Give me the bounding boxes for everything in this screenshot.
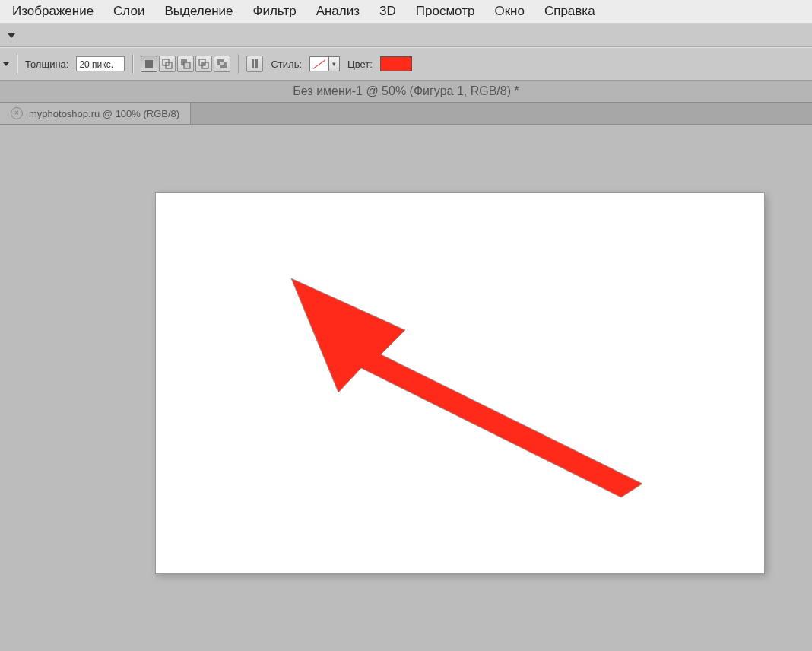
svg-rect-11 xyxy=(252,59,254,68)
document-title: Без имени-1 @ 50% (Фигура 1, RGB/8) * xyxy=(293,84,519,98)
thickness-label: Толщина: xyxy=(25,59,68,70)
align-edges-button[interactable] xyxy=(246,56,263,72)
mode-intersect-button[interactable] xyxy=(195,56,212,72)
thickness-input[interactable]: 20 пикс. xyxy=(76,56,125,71)
separator xyxy=(132,54,133,74)
document-tab-bar: × myphotoshop.ru @ 100% (RGB/8) xyxy=(0,103,812,125)
mode-new-layer-button[interactable] xyxy=(141,56,157,72)
menu-layers[interactable]: Слои xyxy=(113,4,144,19)
document-tab[interactable]: × myphotoshop.ru @ 100% (RGB/8) xyxy=(0,103,191,124)
color-label: Цвет: xyxy=(347,59,373,70)
style-dropdown-icon: ▾ xyxy=(329,56,340,71)
document-title-bar: Без имени-1 @ 50% (Фигура 1, RGB/8) * xyxy=(0,81,812,103)
menu-select[interactable]: Выделение xyxy=(164,4,233,19)
workspace xyxy=(0,125,812,651)
color-swatch[interactable] xyxy=(380,56,412,71)
canvas[interactable] xyxy=(156,193,764,573)
svg-rect-7 xyxy=(202,62,205,65)
mode-add-button[interactable] xyxy=(159,56,176,72)
menu-image[interactable]: Изображение xyxy=(12,4,94,19)
separator xyxy=(238,54,239,74)
menu-help[interactable]: Справка xyxy=(544,4,595,19)
document-tab-label: myphotoshop.ru @ 100% (RGB/8) xyxy=(29,108,179,119)
svg-rect-10 xyxy=(220,62,224,65)
menu-view[interactable]: Просмотр xyxy=(416,4,475,19)
close-icon[interactable]: × xyxy=(11,107,23,119)
mode-subtract-button[interactable] xyxy=(177,56,194,72)
panel-flyout-bar xyxy=(0,24,812,47)
menu-filter[interactable]: Фильтр xyxy=(253,4,297,19)
svg-rect-12 xyxy=(255,59,258,68)
separator xyxy=(17,54,17,74)
shape-mode-group xyxy=(141,56,230,72)
svg-rect-4 xyxy=(184,62,190,68)
mode-exclude-button[interactable] xyxy=(214,56,230,72)
panel-flyout-icon[interactable] xyxy=(8,33,15,38)
svg-rect-0 xyxy=(145,60,153,68)
tool-options-bar: Толщина: 20 пикс. Стиль: ▾ Цвет: xyxy=(0,47,812,81)
arrow-shape[interactable] xyxy=(156,193,764,573)
style-none-icon xyxy=(309,56,329,71)
style-picker[interactable]: ▾ xyxy=(309,56,340,71)
style-label: Стиль: xyxy=(271,59,302,70)
menu-3d[interactable]: 3D xyxy=(379,4,396,19)
arrow-polygon xyxy=(291,278,642,497)
chevron-down-icon xyxy=(3,62,9,66)
app-menu-bar: Изображение Слои Выделение Фильтр Анализ… xyxy=(0,0,812,24)
menu-analysis[interactable]: Анализ xyxy=(316,4,360,19)
tool-preset-dropdown[interactable] xyxy=(3,62,9,66)
menu-window[interactable]: Окно xyxy=(494,4,525,19)
